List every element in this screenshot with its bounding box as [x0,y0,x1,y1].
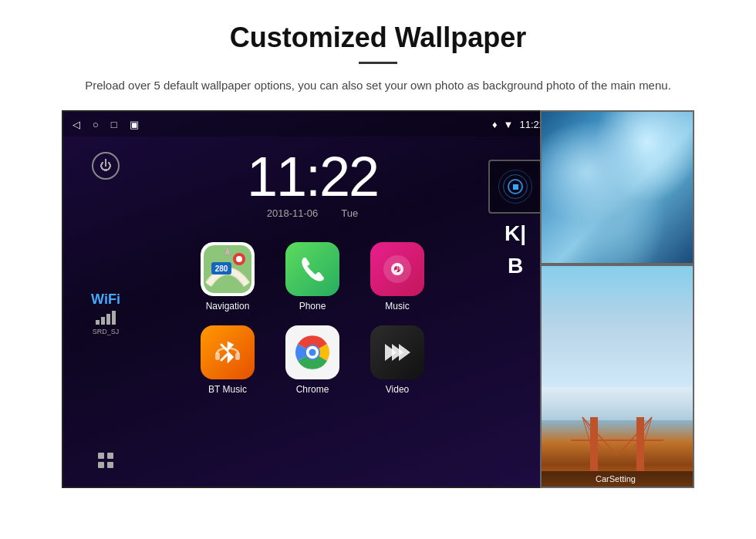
page-wrapper: Customized Wallpaper Preload over 5 defa… [0,0,756,488]
signal-widget [488,160,542,214]
svg-line-25 [617,417,652,456]
svg-point-21 [309,349,316,355]
phone-app-label: Phone [299,301,326,312]
app-item-phone[interactable]: Phone [270,234,355,318]
app-item-music[interactable]: ♪ Music [355,234,440,318]
chrome-app-label: Chrome [296,384,329,395]
wallpaper-bottom[interactable]: CarSetting [540,264,694,488]
chevron-3 [399,344,410,361]
btmusic-svg [211,335,245,369]
grid-icon [96,451,115,470]
wifi-label: WiFi [91,291,120,308]
home-icon[interactable]: ○ [93,119,99,130]
power-icon: ⏻ [100,159,112,173]
app-item-chrome[interactable]: Chrome [270,318,355,401]
status-right: ♦ ▼ 11:22 [492,119,545,130]
main-content: ⏻ WiFi SRD_SJ [63,136,554,488]
phone-app-icon [285,242,339,296]
wifi-ssid: SRD_SJ [91,328,120,335]
power-button[interactable]: ⏻ [92,152,120,180]
svg-rect-16 [215,352,220,360]
svg-rect-3 [107,462,113,468]
location-status-icon: ♦ [492,119,498,130]
wifi-widget: WiFi SRD_SJ [91,291,120,335]
wifi-bar-1 [96,320,100,325]
b-icon: B [508,254,523,278]
chrome-app-icon [285,325,339,379]
android-screen: ◁ ○ □ ▣ ♦ ▼ 11:22 ⏻ [62,110,555,488]
svg-line-22 [582,417,617,456]
nav-app-label: Navigation [206,301,250,312]
apps-button[interactable] [92,446,120,474]
title-underline [359,62,397,64]
video-chevrons [385,344,410,361]
clock-day: Tue [341,207,358,219]
svg-text:♪: ♪ [393,257,402,276]
page-title: Customized Wallpaper [62,22,694,54]
subtitle-text: Preload over 5 default wallpaper options… [62,76,694,95]
clock-display: 11:22 [247,149,378,204]
nav-app-icon: 280 [201,242,255,296]
header-section: Customized Wallpaper Preload over 5 defa… [0,0,756,110]
back-icon[interactable]: ◁ [73,119,80,130]
k-icon: K| [505,221,526,246]
left-sidebar: ⏻ WiFi SRD_SJ [63,136,148,488]
svg-text:280: 280 [215,264,228,273]
center-area: 11:22 2018-11-06 Tue [148,136,477,488]
clock-date: 2018-11-06 [267,207,319,219]
chrome-svg [293,333,332,372]
btmusic-app-icon [201,325,255,379]
wifi-bars [91,311,120,325]
wifi-bar-3 [106,314,110,325]
status-bar: ◁ ○ □ ▣ ♦ ▼ 11:22 [63,112,554,136]
music-app-icon: ♪ [370,242,424,296]
wifi-bar-2 [101,317,105,325]
video-app-icon [370,325,424,379]
recents-icon[interactable]: □ [111,119,117,130]
app-item-navigation[interactable]: 280 Navigation [185,234,270,318]
btmusic-app-label: BT Music [208,384,247,395]
apps-grid: 280 Navigation [185,234,440,401]
carsetting-label: CarSetting [540,471,693,487]
android-screen-wrapper: ◁ ○ □ ▣ ♦ ▼ 11:22 ⏻ [62,110,694,488]
svg-line-24 [582,417,606,456]
status-left: ◁ ○ □ ▣ [73,119,139,130]
navigation-svg: 280 [201,242,255,296]
svg-rect-0 [98,453,104,459]
svg-rect-1 [107,453,113,459]
app-item-btmusic[interactable]: BT Music [185,318,270,401]
wallpaper-top[interactable] [540,110,694,264]
date-display: 2018-11-06 Tue [267,207,358,219]
phone-svg [297,254,328,285]
video-app-label: Video [386,384,409,395]
svg-point-9 [236,256,242,262]
svg-rect-17 [235,352,240,360]
svg-line-26 [629,417,652,456]
app-item-video[interactable]: Video [355,318,440,401]
notification-icon[interactable]: ▣ [130,119,139,130]
svg-rect-2 [98,462,104,468]
signal-status-icon: ▼ [504,119,514,130]
wifi-bar-4 [112,311,116,325]
music-app-label: Music [385,301,409,312]
music-svg: ♪ [380,252,414,286]
